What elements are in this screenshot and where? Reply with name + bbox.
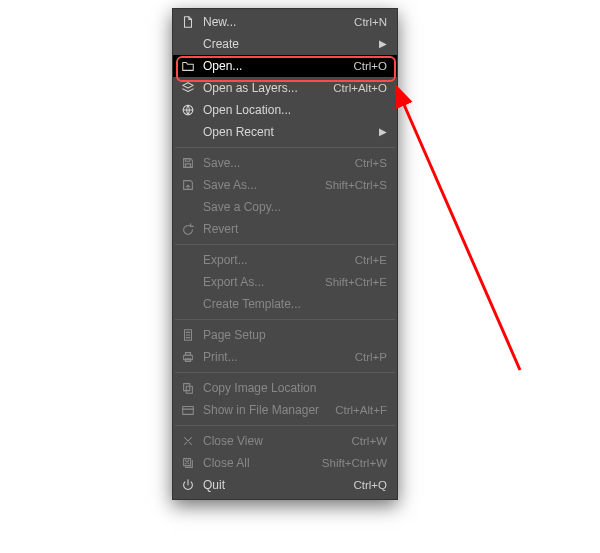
menu-item-export-as: Export As...Shift+Ctrl+E [173, 271, 397, 293]
file-menu[interactable]: New...Ctrl+NCreate▶Open...Ctrl+OOpen as … [172, 8, 398, 500]
revert-icon [177, 222, 199, 236]
menu-item-label: Copy Image Location [199, 381, 387, 395]
menu-separator [175, 147, 395, 148]
menu-item-label: Create Template... [199, 297, 387, 311]
open-layers-icon [177, 81, 199, 95]
save-icon [177, 156, 199, 170]
menu-item-open-location[interactable]: Open Location... [173, 99, 397, 121]
svg-rect-5 [185, 353, 190, 356]
menu-item-close-all: Close AllShift+Ctrl+W [173, 452, 397, 474]
svg-rect-2 [185, 164, 190, 168]
menu-item-label: Open as Layers... [199, 81, 323, 95]
menu-item-label: Show in File Manager [199, 403, 325, 417]
open-folder-icon [177, 59, 199, 73]
menu-item-label: Print... [199, 350, 345, 364]
menu-item-revert: Revert [173, 218, 397, 240]
menu-item-shortcut: Shift+Ctrl+E [315, 276, 387, 288]
menu-item-open-recent[interactable]: Open Recent▶ [173, 121, 397, 143]
menu-item-shortcut: Shift+Ctrl+S [315, 179, 387, 191]
menu-item-open[interactable]: Open...Ctrl+O [173, 55, 397, 77]
menu-item-label: Save... [199, 156, 345, 170]
menu-item-shortcut: Ctrl+N [344, 16, 387, 28]
menu-separator [175, 319, 395, 320]
menu-item-label: Export... [199, 253, 345, 267]
menu-item-shortcut: Ctrl+Alt+F [325, 404, 387, 416]
globe-icon [177, 103, 199, 117]
menu-item-label: Create [199, 37, 369, 51]
menu-item-shortcut: Shift+Ctrl+W [312, 457, 387, 469]
menu-item-create[interactable]: Create▶ [173, 33, 397, 55]
menu-item-shortcut: Ctrl+Alt+O [323, 82, 387, 94]
menu-item-export: Export...Ctrl+E [173, 249, 397, 271]
print-icon [177, 350, 199, 364]
menu-item-print: Print...Ctrl+P [173, 346, 397, 368]
menu-item-label: Quit [199, 478, 343, 492]
menu-item-label: Open... [199, 59, 343, 73]
new-doc-icon [177, 15, 199, 29]
close-icon [177, 434, 199, 448]
menu-item-label: Close View [199, 434, 342, 448]
menu-item-label: Save As... [199, 178, 315, 192]
menu-item-label: Open Location... [199, 103, 387, 117]
menu-separator [175, 372, 395, 373]
menu-item-shortcut: Ctrl+E [345, 254, 387, 266]
chevron-right-icon: ▶ [369, 127, 387, 137]
menu-item-label: Page Setup [199, 328, 387, 342]
copy-location-icon [177, 381, 199, 395]
menu-item-shortcut: Ctrl+Q [343, 479, 387, 491]
menu-item-shortcut: Ctrl+S [345, 157, 387, 169]
svg-rect-1 [185, 159, 189, 162]
page-setup-icon [177, 328, 199, 342]
menu-item-shortcut: Ctrl+O [343, 60, 387, 72]
file-manager-icon [177, 403, 199, 417]
menu-item-save-copy: Save a Copy... [173, 196, 397, 218]
menu-separator [175, 244, 395, 245]
menu-item-show-in-file-manager: Show in File ManagerCtrl+Alt+F [173, 399, 397, 421]
menu-item-label: New... [199, 15, 344, 29]
svg-rect-9 [183, 407, 194, 415]
menu-item-page-setup: Page Setup [173, 324, 397, 346]
menu-item-copy-image-location: Copy Image Location [173, 377, 397, 399]
chevron-right-icon: ▶ [369, 39, 387, 49]
menu-item-new[interactable]: New...Ctrl+N [173, 11, 397, 33]
save-as-icon [177, 178, 199, 192]
menu-item-label: Export As... [199, 275, 315, 289]
menu-item-close-view: Close ViewCtrl+W [173, 430, 397, 452]
menu-item-label: Close All [199, 456, 312, 470]
menu-item-label: Revert [199, 222, 387, 236]
menu-item-save: Save...Ctrl+S [173, 152, 397, 174]
menu-item-open-layers[interactable]: Open as Layers...Ctrl+Alt+O [173, 77, 397, 99]
close-all-icon [177, 456, 199, 470]
menu-item-label: Save a Copy... [199, 200, 387, 214]
menu-item-quit[interactable]: QuitCtrl+Q [173, 474, 397, 496]
menu-item-save-as: Save As...Shift+Ctrl+S [173, 174, 397, 196]
menu-item-shortcut: Ctrl+P [345, 351, 387, 363]
menu-item-create-template: Create Template... [173, 293, 397, 315]
quit-icon [177, 478, 199, 492]
menu-item-label: Open Recent [199, 125, 369, 139]
menu-separator [175, 425, 395, 426]
menu-item-shortcut: Ctrl+W [342, 435, 387, 447]
svg-line-11 [402, 100, 520, 370]
